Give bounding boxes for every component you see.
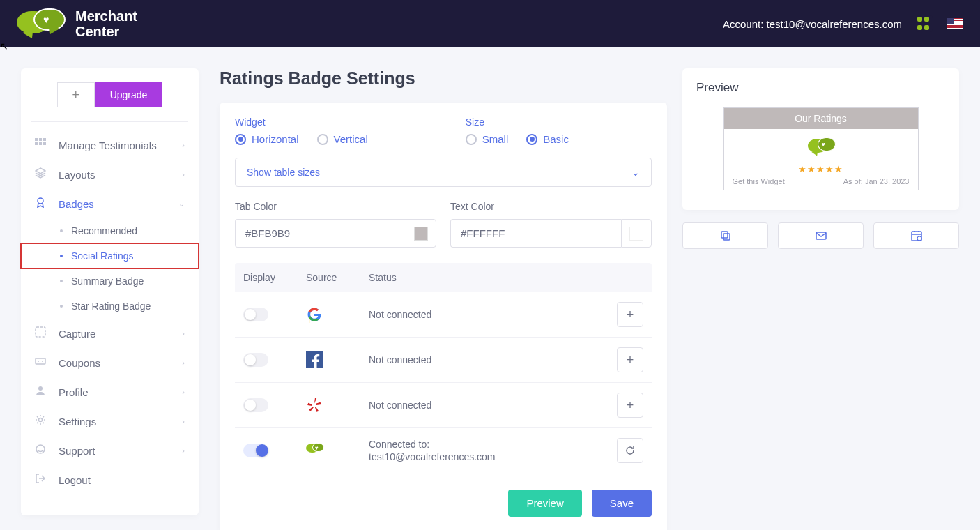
sidebar-item-manage-testimonials[interactable]: Manage Testimonials › xyxy=(21,130,199,160)
status-google: Not connected xyxy=(369,308,617,321)
preview-widget: Our Ratings ♥ ★★★★★ Get this Widget As o… xyxy=(723,107,919,190)
logo-icon: ♥ xyxy=(17,8,66,39)
radio-basic[interactable]: Basic xyxy=(526,133,569,145)
sub-label: Recommended xyxy=(71,225,137,236)
nav-label: Coupons xyxy=(59,357,100,369)
sidebar-item-badges[interactable]: Badges ⌄ xyxy=(21,189,199,218)
brand-line2: Center xyxy=(75,24,137,39)
col-source: Source xyxy=(306,272,369,283)
sidebar-item-coupons[interactable]: Coupons › xyxy=(21,348,199,377)
svg-rect-4 xyxy=(39,142,42,145)
sidebar-subitem-social-ratings[interactable]: Social Ratings xyxy=(21,243,199,268)
chevron-right-icon: › xyxy=(182,358,185,367)
toggle-vocalreferences[interactable] xyxy=(243,444,268,457)
svg-point-12 xyxy=(39,418,43,422)
nav-label: Settings xyxy=(59,416,96,427)
source-row-facebook: Not connected + xyxy=(235,338,652,383)
capture-icon xyxy=(35,326,49,340)
svg-rect-3 xyxy=(35,142,38,145)
sub-label: Social Ratings xyxy=(71,250,134,262)
sidebar-subitem-star-rating-badge[interactable]: Star Rating Badge xyxy=(21,294,199,319)
sidebar-item-settings[interactable]: Settings › xyxy=(21,407,199,436)
text-color-input[interactable] xyxy=(450,219,621,248)
user-icon xyxy=(35,385,49,399)
add-yelp-button[interactable]: + xyxy=(617,393,643,418)
layers-icon xyxy=(35,167,49,181)
upgrade-button[interactable]: Upgrade xyxy=(95,82,163,107)
sidebar-item-logout[interactable]: Logout xyxy=(21,465,199,494)
svg-rect-0 xyxy=(35,138,38,141)
tab-color-label: Tab Color xyxy=(235,201,436,212)
account-text: Account: test10@vocalreferences.com xyxy=(723,18,902,30)
sidebar-item-support[interactable]: Support › xyxy=(21,436,199,465)
toggle-yelp[interactable] xyxy=(243,398,268,412)
tab-color-swatch[interactable] xyxy=(406,219,436,248)
grid-icon xyxy=(35,138,49,152)
chevron-right-icon: › xyxy=(182,446,185,455)
status-vocalreferences: Connected to: test10@vocalreferences.com xyxy=(369,438,617,463)
chevron-right-icon: › xyxy=(182,388,185,396)
svg-rect-1 xyxy=(39,138,42,141)
radio-vertical[interactable]: Vertical xyxy=(317,133,368,145)
save-button[interactable]: Save xyxy=(592,490,652,517)
google-icon xyxy=(306,306,369,323)
schedule-button[interactable] xyxy=(873,222,959,249)
svg-point-9 xyxy=(38,361,39,362)
refresh-vocalreferences-button[interactable] xyxy=(617,438,643,463)
text-color-swatch[interactable] xyxy=(621,219,652,248)
col-status: Status xyxy=(369,272,617,283)
chevron-down-icon: ⌄ xyxy=(178,199,185,209)
copy-button[interactable] xyxy=(682,222,768,249)
flag-us-icon[interactable] xyxy=(947,18,963,29)
nav-label: Support xyxy=(59,445,95,457)
source-row-yelp: Not connected + xyxy=(235,383,652,428)
preview-button[interactable]: Preview xyxy=(508,490,581,517)
nav-label: Badges xyxy=(59,198,94,210)
widget-heading: Our Ratings xyxy=(724,108,918,129)
sidebar-item-capture[interactable]: Capture › xyxy=(21,319,199,348)
gear-icon xyxy=(35,414,49,428)
add-google-button[interactable]: + xyxy=(617,302,643,327)
badge-icon xyxy=(35,197,49,211)
vocalreferences-icon: ♥ xyxy=(306,444,369,457)
sidebar-item-layouts[interactable]: Layouts › xyxy=(21,160,199,189)
tab-color-input[interactable] xyxy=(235,219,406,248)
add-facebook-button[interactable]: + xyxy=(617,347,643,372)
toggle-facebook[interactable] xyxy=(243,353,268,367)
svg-rect-17 xyxy=(816,232,826,239)
radio-horizontal[interactable]: Horizontal xyxy=(235,133,299,145)
brand: ♥ Merchant Center xyxy=(17,8,137,39)
toggle-google[interactable] xyxy=(243,308,268,321)
status-facebook: Not connected xyxy=(369,354,617,366)
source-row-google: Not connected + xyxy=(235,292,652,338)
svg-rect-2 xyxy=(43,138,46,141)
get-widget-link[interactable]: Get this Widget xyxy=(733,177,785,186)
col-display: Display xyxy=(242,272,306,283)
chevron-right-icon: › xyxy=(182,170,185,179)
email-button[interactable] xyxy=(778,222,864,249)
radio-small[interactable]: Small xyxy=(466,133,509,145)
svg-rect-8 xyxy=(36,358,45,364)
sub-label: Star Rating Badge xyxy=(71,301,151,312)
svg-rect-16 xyxy=(723,234,730,240)
table-sizes-select[interactable]: Show table sizes ⌄ xyxy=(235,158,652,187)
widget-logo-icon: ♥ xyxy=(808,139,834,158)
svg-point-10 xyxy=(42,361,43,362)
apps-grid-icon[interactable] xyxy=(916,15,933,32)
svg-point-6 xyxy=(38,198,43,204)
widget-label: Widget xyxy=(235,116,368,128)
page-title: Ratings Badge Settings xyxy=(220,68,667,89)
coupon-icon xyxy=(35,356,49,370)
svg-point-11 xyxy=(38,386,43,391)
svg-point-19 xyxy=(917,236,921,241)
support-icon xyxy=(35,444,49,457)
sidebar-subitem-recommended[interactable]: Recommended xyxy=(21,218,199,243)
sidebar-subitem-summary-badge[interactable]: Summary Badge xyxy=(21,268,199,294)
preview-title: Preview xyxy=(696,81,945,95)
chevron-down-icon: ⌄ xyxy=(631,167,640,178)
cursor-icon: ↖ xyxy=(0,40,8,52)
sidebar-item-profile[interactable]: Profile › xyxy=(21,377,199,407)
chevron-right-icon: › xyxy=(182,141,185,149)
add-button[interactable]: + xyxy=(57,82,95,107)
nav-label: Layouts xyxy=(59,169,95,181)
